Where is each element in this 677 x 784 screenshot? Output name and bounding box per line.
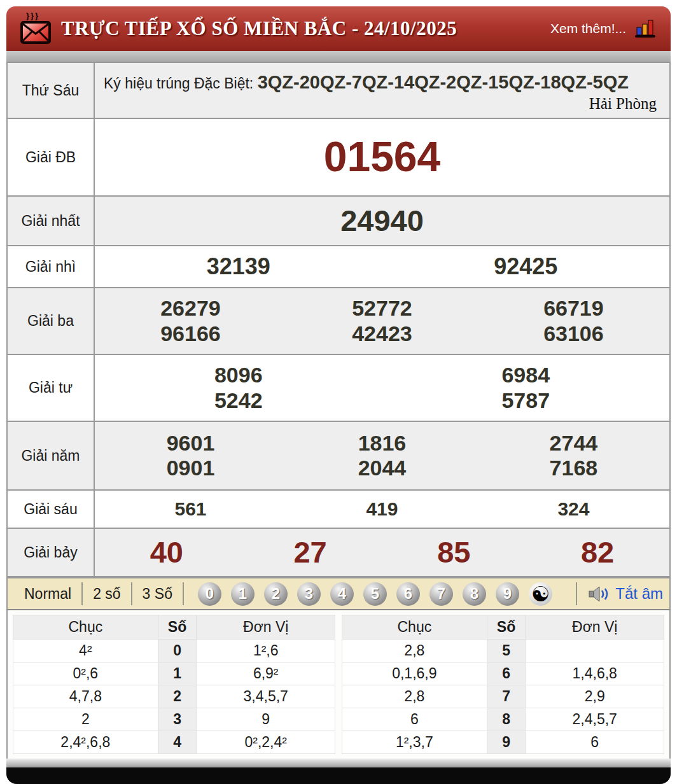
prize-number: 42423 [286,321,478,346]
prize-number: 324 [478,498,669,521]
number-ball-1[interactable]: 1 [231,582,255,606]
prize-number: 2044 [286,456,478,480]
draw-info-row: Thứ Sáu Ký hiệu trúng Đặc Biệt: 3QZ-20QZ… [8,62,669,118]
prize-row: Giải ĐB01564 [8,118,669,195]
prize-number: 92425 [382,253,670,279]
stats-cell: 2 [158,685,197,708]
mode-normal[interactable]: Normal [14,585,81,603]
special-sign-label: Ký hiệu trúng Đặc Biệt: [104,75,258,92]
prize-table: Thứ Sáu Ký hiệu trúng Đặc Biệt: 3QZ-20QZ… [6,62,671,577]
envelope-icon[interactable]: }}} [20,12,51,45]
stats-row: 2,872,9 [342,685,664,708]
prize-row: Giải ba262795277266719961664242363106 [8,287,669,354]
prize-label: Giải tư [8,355,95,421]
stats-cell: 1 [158,662,197,685]
number-ball-3[interactable]: 3 [297,582,321,606]
stats-cell: 2,4²,6,8 [13,731,158,754]
stats-cell: 4,7,8 [13,685,158,708]
stats-cell [526,640,664,662]
prize-number: 0901 [95,456,286,480]
see-more-link[interactable]: Xem thêm!... [550,21,626,36]
stats-cell: 2 [13,708,158,731]
prize-label: Giải nhất [8,197,95,245]
stats-row: 682,4,5,7 [342,708,664,731]
digit-stats-table-left: Chục Số Đơn Vị 4²01²,60²,616,9²4,7,823,4… [13,615,335,754]
separator [576,582,577,605]
prize-number: 9601 [95,431,286,456]
prize-number: 5787 [382,388,670,413]
prize-number: 6984 [382,363,670,388]
prize-number: 24940 [95,204,669,238]
prize-label: Giải nhì [8,246,95,287]
stats-cell: 6 [342,708,487,731]
prize-row: Giải sáu561419324 [8,489,669,528]
number-ball-5[interactable]: 5 [363,582,387,606]
header: }}} TRỰC TIẾP XỔ SỐ MIỀN BẮC - 24/10/202… [6,6,671,51]
prize-number: 52772 [286,296,478,321]
header-bevel [6,51,671,62]
stats-cell: 0 [158,640,197,662]
col-header-chuc: Chục [13,615,158,640]
prize-number: 32139 [95,253,382,279]
prize-numbers: 960118162744090120447168 [95,422,669,489]
prize-number: 7168 [478,456,669,480]
lottery-results-card: }}} TRỰC TIẾP XỔ SỐ MIỀN BẮC - 24/10/202… [6,6,671,784]
mode-2-digits[interactable]: 2 số [83,585,130,603]
mute-button[interactable]: Tắt âm [589,585,663,603]
prize-row: Giải nhì3213992425 [8,245,669,287]
prize-label: Giải năm [8,422,95,489]
yin-yang-ball-icon[interactable]: ☯ [529,582,552,606]
prize-number: 2744 [478,431,669,456]
col-header-so: Số [158,615,197,640]
page-title: TRỰC TIẾP XỔ SỐ MIỀN BẮC - 24/10/2025 [61,17,457,40]
prize-number: 1816 [286,431,478,456]
prize-row: Giải năm960118162744090120447168 [8,421,669,489]
stats-cell: 0²,2,4² [197,731,335,754]
number-ball-4[interactable]: 4 [330,582,354,606]
mode-3-digits[interactable]: 3 Số [132,585,183,603]
prize-number: 419 [286,498,478,521]
number-balls: 0123456789☯ [198,582,552,606]
number-ball-6[interactable]: 6 [396,582,420,606]
prize-row: Giải tư8096698452425787 [8,354,669,421]
col-header-donvi: Đơn Vị [197,615,335,640]
prize-number: 85 [382,535,526,570]
digit-stats-table-right: Chục Số Đơn Vị 2,850,1,6,961,4,6,82,872,… [342,615,664,754]
number-ball-7[interactable]: 7 [429,582,453,606]
stats-cell: 6 [487,662,526,685]
stats-cell: 9 [487,731,526,754]
special-sign-code: 3QZ-20QZ-7QZ-14QZ-2QZ-15QZ-18QZ-5QZ [258,72,629,92]
prize-row: Giải nhất24940 [8,195,669,245]
weekday-label: Thứ Sáu [8,63,95,118]
prize-number: 26279 [95,296,286,321]
stats-cell: 1²,6 [197,640,335,662]
number-ball-0[interactable]: 0 [198,582,221,606]
mute-label: Tắt âm [615,585,663,603]
stats-cell: 1,4,6,8 [526,662,664,685]
stats-row: 4²01²,6 [13,640,335,662]
bar-chart-icon[interactable] [634,18,657,39]
prize-numbers: 24940 [95,197,669,245]
prize-number: 96166 [95,321,286,346]
province-label: Hải Phòng [589,95,657,113]
stats-cell: 6 [526,731,664,754]
prize-number: 5242 [95,388,382,413]
prize-numbers: 40278582 [95,529,669,576]
col-header-so: Số [487,615,526,640]
stats-cell: 2,8 [342,640,487,662]
number-ball-2[interactable]: 2 [264,582,288,606]
number-ball-8[interactable]: 8 [463,582,486,606]
prize-label: Giải ba [8,288,95,354]
special-sign-cell: Ký hiệu trúng Đặc Biệt: 3QZ-20QZ-7QZ-14Q… [95,63,669,118]
stats-cell: 2,8 [342,685,487,708]
stats-row: 0,1,6,961,4,6,8 [342,662,664,685]
prize-numbers: 01564 [95,119,669,195]
envelope-steam-icon: }}} [26,11,39,20]
number-ball-9[interactable]: 9 [496,582,519,606]
prize-number: 82 [526,535,669,570]
prize-number: 40 [95,535,239,570]
footer-bevel [6,759,671,767]
stats-cell: 4² [13,640,158,662]
prize-number: 63106 [478,321,669,346]
footer-bar [6,767,671,784]
